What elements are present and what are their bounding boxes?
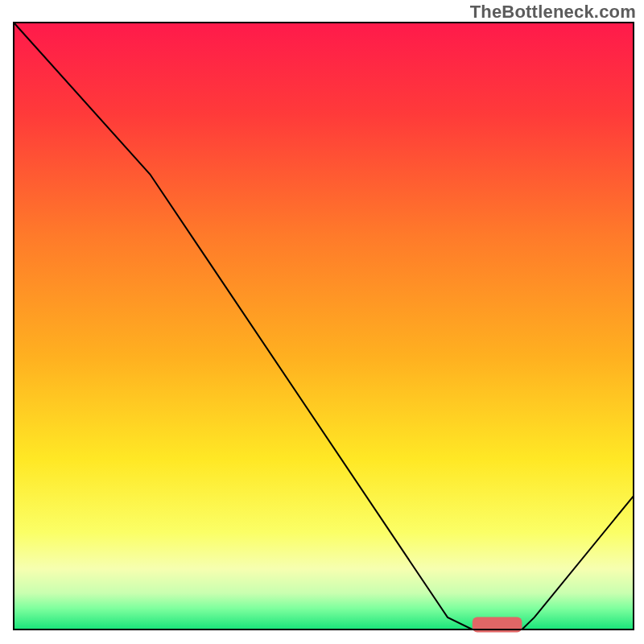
chart-svg	[0, 0, 644, 644]
plot-background	[14, 23, 634, 630]
chart-container: TheBottleneck.com	[0, 0, 644, 644]
